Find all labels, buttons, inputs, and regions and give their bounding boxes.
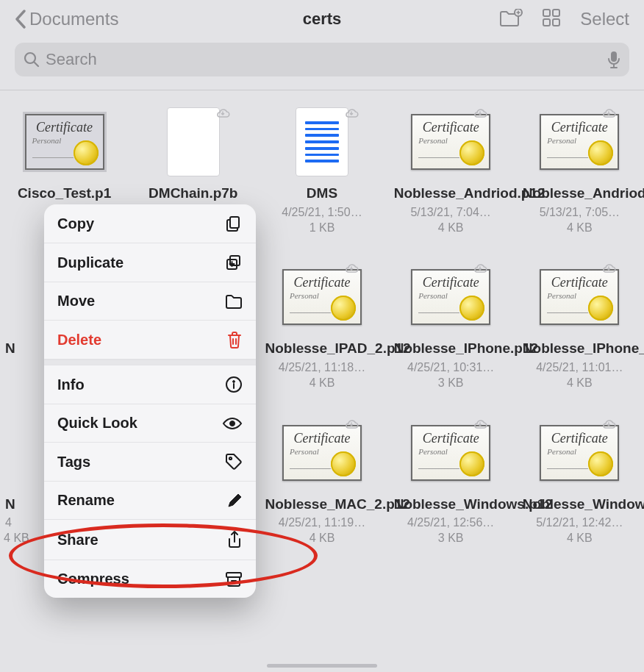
file-item[interactable]: CertificatePersonal Noblesse_WindowsIKE.… <box>519 416 640 546</box>
menu-tags[interactable]: Tags <box>44 443 256 482</box>
file-item[interactable]: CertificatePersonal Noblesse_IPhone.p12 … <box>390 260 512 390</box>
file-meta: 4/25/21, 11:01… <box>536 360 623 376</box>
context-menu: Copy Duplicate Move Delete Info Quick Lo… <box>44 204 256 598</box>
file-name: Noblesse_Andriod.p12 <box>394 185 508 202</box>
menu-move[interactable]: Move <box>44 282 256 321</box>
menu-label: Compress <box>57 571 129 587</box>
file-name: Noblesse_IPAD_2.p12 <box>265 340 379 357</box>
file-name: Noblesse_IPhone_1.p12 <box>523 340 637 357</box>
menu-label: Duplicate <box>57 254 124 271</box>
file-item[interactable]: CertificatePersonal Noblesse_Andriod.p12… <box>390 105 512 235</box>
file-item[interactable]: CertificatePersonal Noblesse_Windows.p12… <box>390 416 512 546</box>
cloud-download-icon <box>473 108 487 121</box>
file-meta: 4/25/21, 1:50… <box>282 205 362 221</box>
info-icon <box>225 376 243 393</box>
share-icon <box>226 530 243 549</box>
file-size: 4 KB <box>4 531 29 546</box>
menu-label: Quick Look <box>57 415 137 432</box>
file-name: DMChain.p7b <box>149 185 237 202</box>
menu-quick-look[interactable]: Quick Look <box>44 404 256 443</box>
file-item[interactable]: CertificatePersonal Noblesse_IPhone_1.p1… <box>519 260 640 390</box>
navigation-bar: Documents certs Select <box>0 0 644 38</box>
menu-rename[interactable]: Rename <box>44 482 256 520</box>
menu-label: Move <box>57 293 95 310</box>
svg-rect-14 <box>226 573 241 577</box>
menu-delete[interactable]: Delete <box>44 321 256 360</box>
cloud-download-icon <box>344 419 359 432</box>
folder-title: certs <box>303 10 342 29</box>
file-size: 4 KB <box>438 221 464 236</box>
file-thumbnail: CertificatePersonal <box>409 105 492 179</box>
menu-share[interactable]: Share <box>44 520 256 560</box>
svg-point-13 <box>229 457 232 460</box>
cloud-download-icon <box>344 263 359 276</box>
file-item[interactable]: CertificatePersonal Noblesse_Andriod_1.p… <box>519 105 640 235</box>
menu-info[interactable]: Info <box>44 365 256 404</box>
cloud-download-icon <box>601 419 616 432</box>
file-item[interactable]: DMS 4/25/21, 1:50… 1 KB <box>261 105 382 235</box>
cloud-download-icon <box>473 419 487 432</box>
file-name: Noblesse_Windows.p12 <box>394 496 508 513</box>
file-thumbnail: CertificatePersonal <box>538 260 620 334</box>
file-meta: 5/13/21, 7:05… <box>540 205 620 221</box>
file-name: Noblesse_Andriod_1.p12 <box>523 185 637 202</box>
file-meta: 4/25/21, 11:18… <box>279 360 365 376</box>
menu-copy[interactable]: Copy <box>44 204 256 243</box>
menu-label: Copy <box>57 215 94 232</box>
dictation-icon[interactable] <box>607 50 620 69</box>
file-meta: 4/25/21, 12:56… <box>407 515 494 531</box>
menu-label: Share <box>57 532 99 548</box>
archive-icon <box>225 571 243 587</box>
svg-rect-7 <box>230 217 239 228</box>
cloud-download-icon <box>344 108 359 121</box>
eye-icon <box>222 417 243 430</box>
file-name: Cisco_Test.p1 <box>18 185 111 202</box>
cloud-download-icon <box>473 263 487 276</box>
file-size: 4 KB <box>310 531 335 546</box>
menu-label: Rename <box>57 492 115 509</box>
cloud-download-icon <box>601 263 616 276</box>
back-label: Documents <box>29 9 118 29</box>
file-name: DMS <box>307 185 337 202</box>
file-name: Noblesse_MAC_2.p12 <box>265 496 379 513</box>
file-size: 1 KB <box>310 221 335 236</box>
chevron-left-icon <box>15 10 26 29</box>
file-meta: 5/12/21, 12:42… <box>536 515 623 531</box>
search-placeholder: Search <box>46 50 601 69</box>
select-button[interactable]: Select <box>580 9 629 29</box>
file-thumbnail: CertificatePersonal <box>281 260 363 334</box>
duplicate-icon <box>225 254 243 271</box>
file-meta: 5/13/21, 7:04… <box>410 205 490 221</box>
file-item[interactable]: CertificatePersonal Noblesse_MAC_2.p12 4… <box>261 416 382 546</box>
file-thumbnail: CertificatePersonal <box>24 105 106 179</box>
cloud-download-icon <box>601 108 616 121</box>
menu-label: Info <box>57 376 85 393</box>
svg-rect-6 <box>611 51 617 62</box>
svg-rect-2 <box>553 10 559 16</box>
menu-duplicate[interactable]: Duplicate <box>44 243 256 282</box>
search-icon <box>24 51 40 68</box>
file-thumbnail: CertificatePersonal <box>409 260 492 334</box>
file-thumbnail: CertificatePersonal <box>538 105 620 179</box>
back-button[interactable]: Documents <box>15 9 118 29</box>
file-name: Noblesse_WindowsIKE.p12 <box>523 496 637 513</box>
cloud-download-icon <box>215 108 230 121</box>
file-size: 3 KB <box>438 376 464 391</box>
menu-label: Tags <box>57 454 90 471</box>
menu-compress[interactable]: Compress <box>44 560 256 598</box>
file-meta: 4/25/21, 10:31… <box>407 360 494 376</box>
home-indicator <box>267 664 377 668</box>
file-size: 4 KB <box>567 531 593 546</box>
svg-rect-3 <box>543 19 550 26</box>
file-size: 4 KB <box>310 376 335 391</box>
file-size: 4 KB <box>567 376 593 391</box>
svg-point-11 <box>233 381 235 383</box>
pencil-icon <box>226 493 243 509</box>
new-folder-icon[interactable] <box>499 9 523 29</box>
copy-icon <box>225 215 243 232</box>
view-toggle-icon[interactable] <box>542 8 561 30</box>
file-thumbnail <box>152 105 235 179</box>
file-thumbnail: CertificatePersonal <box>281 416 363 490</box>
file-item[interactable]: CertificatePersonal Noblesse_IPAD_2.p12 … <box>261 260 382 390</box>
search-field[interactable]: Search <box>15 43 629 76</box>
